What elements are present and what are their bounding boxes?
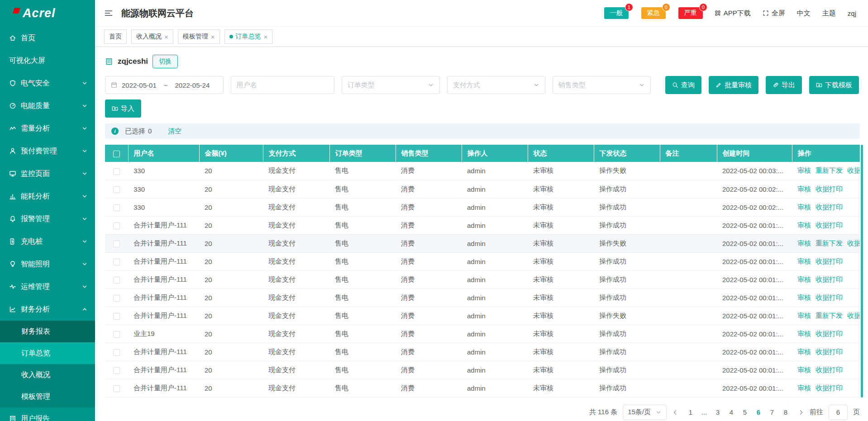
- export-button[interactable]: 导出: [766, 76, 802, 94]
- row-checkbox[interactable]: [113, 331, 120, 338]
- row-action-audit[interactable]: 审核: [797, 384, 811, 392]
- row-action-audit[interactable]: 审核: [797, 293, 811, 301]
- goto-page-input[interactable]: 6: [829, 405, 848, 420]
- download-template-button[interactable]: 下载模板: [809, 76, 859, 94]
- page-number-3[interactable]: 3: [711, 406, 725, 419]
- row-action-audit[interactable]: 审核: [797, 366, 811, 374]
- row-action-redispatch[interactable]: 重新下发: [816, 239, 843, 247]
- row-checkbox[interactable]: [113, 241, 120, 247]
- row-action-audit[interactable]: 审核: [797, 257, 811, 265]
- sidebar-item-electrical-safety[interactable]: 电气安全: [0, 72, 95, 95]
- sidebar-subitem-template-management[interactable]: 模板管理: [0, 386, 95, 407]
- row-action-audit[interactable]: 审核: [797, 239, 811, 247]
- row-action-print-receipt[interactable]: 收据打印: [847, 166, 860, 174]
- sale-type-select[interactable]: 销售类型: [553, 76, 651, 94]
- row-action-audit[interactable]: 审核: [797, 203, 811, 211]
- sidebar-item-ops-management[interactable]: 运维管理: [0, 275, 95, 298]
- select-all-checkbox[interactable]: [113, 151, 120, 157]
- column-header-actions[interactable]: 操作: [792, 145, 860, 162]
- page-number-5[interactable]: 5: [738, 406, 752, 419]
- sidebar-item-visual-dashboard[interactable]: 可视化大屏: [0, 49, 95, 72]
- sidebar-item-finance-analysis[interactable]: 财务分析: [0, 298, 95, 321]
- row-action-print-receipt[interactable]: 收据打印: [847, 239, 860, 247]
- prev-page-button[interactable]: [672, 409, 678, 416]
- batch-audit-button[interactable]: 批量审核: [709, 76, 758, 94]
- page-ellipsis[interactable]: ...: [697, 406, 711, 419]
- page-number-1[interactable]: 1: [684, 406, 697, 419]
- language-switch[interactable]: 中文: [797, 9, 811, 18]
- date-range-picker[interactable]: 2022-05-01 ~ 2022-05-24: [105, 76, 224, 94]
- column-header-amount[interactable]: 金额(¥): [199, 145, 263, 162]
- column-header-payment[interactable]: 支付方式: [263, 145, 329, 162]
- row-checkbox[interactable]: [113, 385, 120, 392]
- row-checkbox[interactable]: [113, 349, 120, 356]
- import-button[interactable]: 导入: [105, 99, 141, 118]
- order-type-select[interactable]: 订单类型: [342, 76, 440, 94]
- column-header-dispatch_status[interactable]: 下发状态: [594, 145, 660, 162]
- column-header-sale_type[interactable]: 销售类型: [396, 145, 462, 162]
- sidebar-item-demand-analysis[interactable]: 需量分析: [0, 117, 95, 140]
- theme-switch[interactable]: 主题: [822, 9, 836, 18]
- tab-template-management[interactable]: 模板管理×: [178, 29, 220, 44]
- alarm-tag-urgent[interactable]: 紧急0: [641, 7, 666, 19]
- row-action-print-receipt[interactable]: 收据打印: [816, 257, 843, 265]
- row-action-print-receipt[interactable]: 收据打印: [816, 203, 843, 211]
- sidebar-subitem-income-overview[interactable]: 收入概况: [0, 364, 95, 386]
- row-checkbox[interactable]: [113, 186, 120, 193]
- row-checkbox[interactable]: [113, 295, 120, 302]
- row-action-print-receipt[interactable]: 收据打印: [816, 275, 843, 283]
- column-header-remark[interactable]: 备注: [660, 145, 717, 162]
- row-action-audit[interactable]: 审核: [797, 312, 811, 319]
- table-scrollbar[interactable]: [861, 145, 863, 397]
- column-header-created[interactable]: 创建时间: [717, 145, 792, 162]
- payment-method-select[interactable]: 支付方式: [447, 76, 545, 94]
- sidebar-item-user-report[interactable]: 用户报告: [0, 407, 95, 421]
- clear-selection-link[interactable]: 清空: [168, 127, 181, 136]
- column-header-operator[interactable]: 操作人: [462, 145, 528, 162]
- sidebar-subitem-order-overview[interactable]: 订单总览: [0, 342, 95, 364]
- page-number-7[interactable]: 7: [765, 406, 779, 419]
- row-action-print-receipt[interactable]: 收据打印: [816, 366, 843, 374]
- sidebar-item-home[interactable]: 首页: [0, 27, 95, 49]
- row-action-audit[interactable]: 审核: [797, 166, 811, 174]
- row-action-audit[interactable]: 审核: [797, 330, 811, 337]
- row-action-audit[interactable]: 审核: [797, 348, 811, 355]
- row-action-print-receipt[interactable]: 收据打印: [816, 384, 843, 392]
- page-size-select[interactable]: 15条/页: [623, 405, 667, 420]
- sidebar-item-energy-analysis[interactable]: 能耗分析: [0, 185, 95, 208]
- row-action-print-receipt[interactable]: 收据打印: [816, 221, 843, 229]
- page-number-6[interactable]: 6: [752, 406, 765, 419]
- row-checkbox[interactable]: [113, 259, 120, 265]
- sidebar-item-prepaid-management[interactable]: 预付费管理: [0, 140, 95, 162]
- page-number-8[interactable]: 8: [779, 406, 792, 419]
- sidebar-item-charging-pile[interactable]: 充电桩: [0, 230, 95, 253]
- tab-close-icon[interactable]: ×: [264, 33, 268, 40]
- row-action-audit[interactable]: 审核: [797, 275, 811, 283]
- sidebar-item-power-quality[interactable]: 电能质量: [0, 95, 95, 117]
- fullscreen-button[interactable]: 全屏: [763, 9, 785, 18]
- row-action-print-receipt[interactable]: 收据打印: [847, 312, 860, 319]
- sidebar-subitem-finance-report[interactable]: 财务报表: [0, 321, 95, 342]
- sidebar-item-smart-lighting[interactable]: 智能照明: [0, 253, 95, 275]
- row-action-print-receipt[interactable]: 收据打印: [816, 293, 843, 301]
- column-header-status[interactable]: 状态: [528, 145, 594, 162]
- row-checkbox[interactable]: [113, 313, 120, 320]
- search-button[interactable]: 查询: [665, 76, 701, 94]
- alarm-tag-critical[interactable]: 严重0: [678, 7, 703, 19]
- column-header-order_type[interactable]: 订单类型: [329, 145, 396, 162]
- row-checkbox[interactable]: [113, 367, 120, 374]
- tab-home[interactable]: 首页: [104, 29, 127, 44]
- username-input[interactable]: 用户名: [231, 76, 334, 94]
- row-checkbox[interactable]: [113, 222, 120, 229]
- user-menu[interactable]: zqj: [848, 9, 856, 17]
- row-checkbox[interactable]: [113, 168, 120, 175]
- row-action-print-receipt[interactable]: 收据打印: [816, 330, 843, 337]
- brand-logo[interactable]: Acrel: [0, 0, 95, 27]
- page-number-4[interactable]: 4: [725, 406, 738, 419]
- row-action-print-receipt[interactable]: 收据打印: [816, 185, 843, 193]
- row-checkbox[interactable]: [113, 277, 120, 284]
- switch-project-button[interactable]: 切换: [153, 55, 178, 68]
- row-action-audit[interactable]: 审核: [797, 185, 811, 193]
- sidebar-item-alarm-management[interactable]: 报警管理: [0, 208, 95, 230]
- tab-order-overview[interactable]: 订单总览×: [224, 29, 273, 44]
